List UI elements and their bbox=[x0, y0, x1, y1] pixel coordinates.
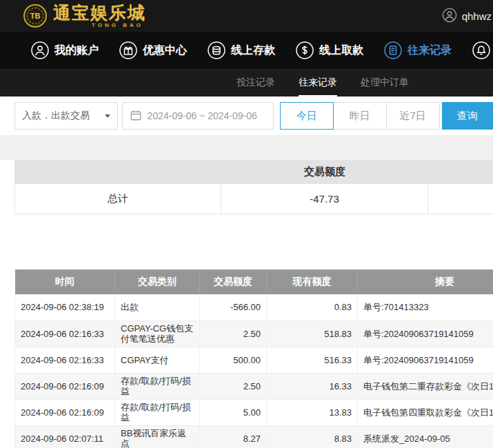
col-type: 交易类别 bbox=[115, 269, 200, 294]
summary-table: 交易额度 总计 -47.73 bbox=[14, 160, 493, 214]
cell-type: CGPAY-CG钱包支付笔笔送优惠 bbox=[115, 320, 200, 347]
deposit-icon bbox=[208, 41, 225, 59]
tab-label: 处理中订单 bbox=[361, 77, 409, 89]
cell-balance: 8.83 bbox=[267, 425, 358, 448]
query-button[interactable]: 查询 bbox=[442, 102, 493, 130]
logo-subtitle: TONG BAO bbox=[53, 23, 146, 28]
cell-summary: 电子钱包第二重存款彩金《次日1_0905 bbox=[358, 373, 493, 399]
table-row: 2024-09-06 02:07:11 BB视讯百家乐返点 8.27 8.83 … bbox=[15, 425, 493, 448]
cell-amount: 2.50 bbox=[200, 373, 267, 399]
user-icon bbox=[31, 41, 49, 59]
cell-balance: 13.83 bbox=[267, 399, 358, 425]
cell-time: 2024-09-06 02:16:33 bbox=[15, 320, 115, 347]
cell-type: 存款/取款/打码/损益 bbox=[115, 399, 200, 425]
cell-time: 2024-09-06 02:38:19 bbox=[15, 294, 115, 320]
records-icon bbox=[384, 41, 402, 59]
bell-icon bbox=[472, 41, 490, 59]
cell-summary: 单号:202409063719141059 bbox=[358, 320, 493, 347]
col-summary: 摘要 bbox=[358, 269, 493, 294]
col-time: 时间 bbox=[15, 269, 115, 294]
cell-time: 2024-09-06 02:16:09 bbox=[15, 373, 115, 399]
user-icon bbox=[442, 8, 457, 25]
site-logo[interactable]: TB 通宝娱乐城 TONG BAO bbox=[23, 4, 146, 28]
today-button[interactable]: 今日 bbox=[280, 102, 334, 130]
cell-time: 2024-09-06 02:16:33 bbox=[15, 347, 115, 373]
transactions-header: 时间 交易类别 交易额度 现有额度 摘要 bbox=[15, 269, 493, 294]
tab-betting-records[interactable]: 投注记录 bbox=[237, 70, 275, 96]
cell-amount: 8.27 bbox=[200, 425, 267, 448]
record-tabs: 投注记录 往来记录 处理中订单 bbox=[0, 69, 493, 96]
top-bar: TB 通宝娱乐城 TONG BAO qhhwz bbox=[0, 0, 493, 32]
nav-label: 线上存款 bbox=[231, 43, 275, 58]
cell-summary: 单号:202409063719141059 bbox=[358, 347, 493, 373]
nav-messages[interactable] bbox=[472, 41, 490, 59]
nav-deposit[interactable]: 线上存款 bbox=[208, 41, 275, 59]
table-row: 2024-09-06 02:16:33 CGPAY-CG钱包支付笔笔送优惠 2.… bbox=[15, 320, 493, 347]
quick-date-buttons: 今日 昨日 近7日 bbox=[280, 102, 440, 130]
summary-total-value: -47.73 bbox=[221, 183, 428, 214]
cell-balance: 0.83 bbox=[267, 294, 358, 320]
chevron-down-icon bbox=[105, 114, 110, 118]
table-row: 2024-09-06 02:16:09 存款/取款/打码/损益 2.50 16.… bbox=[15, 373, 493, 399]
cell-type: CGPAY支付 bbox=[115, 347, 200, 373]
cell-amount: -566.00 bbox=[200, 294, 267, 320]
nav-transaction-records[interactable]: 往来记录 bbox=[384, 41, 452, 59]
logo-text: 通宝娱乐城 TONG BAO bbox=[53, 4, 146, 28]
nav-label: 我的账户 bbox=[54, 43, 99, 58]
tab-label: 往来记录 bbox=[299, 77, 337, 89]
transactions-table: 时间 交易类别 交易额度 现有额度 摘要 2024-09-06 02:38:19… bbox=[14, 269, 493, 448]
cell-amount: 5.00 bbox=[200, 399, 267, 425]
nav-my-account[interactable]: 我的账户 bbox=[31, 41, 99, 59]
nav-label: 优惠中心 bbox=[143, 43, 187, 58]
cell-type: BB视讯百家乐返点 bbox=[115, 425, 200, 448]
table-row: 2024-09-06 02:16:09 存款/取款/打码/损益 5.00 13.… bbox=[15, 399, 493, 425]
date-range-picker[interactable]: 2024-09-06 ~ 2024-09-06 bbox=[122, 102, 274, 130]
spacer bbox=[0, 214, 493, 269]
cell-time: 2024-09-06 02:07:11 bbox=[15, 425, 115, 448]
transaction-type-select[interactable]: 入款．出款交易 bbox=[14, 102, 118, 130]
cell-type: 出款 bbox=[115, 294, 200, 320]
cell-summary: 电子钱包第四重取款彩金《次日1_0905 bbox=[358, 399, 493, 425]
nav-promotions[interactable]: 优惠中心 bbox=[119, 41, 187, 59]
cell-amount: 2.50 bbox=[200, 320, 267, 347]
calendar-icon bbox=[130, 109, 142, 123]
tab-processing-orders[interactable]: 处理中订单 bbox=[361, 70, 409, 96]
cell-balance: 516.33 bbox=[267, 347, 358, 373]
logo-title: 通宝娱乐城 bbox=[53, 4, 146, 21]
poker-chip-icon: TB bbox=[23, 4, 47, 28]
page: TB 通宝娱乐城 TONG BAO qhhwz bbox=[0, 0, 493, 448]
last7days-button[interactable]: 近7日 bbox=[386, 102, 440, 130]
cell-amount: 500.00 bbox=[200, 347, 267, 373]
cell-balance: 16.33 bbox=[267, 373, 358, 399]
date-range-value: 2024-09-06 ~ 2024-09-06 bbox=[148, 110, 257, 121]
main-nav: 我的账户 优惠中心 线上存款 bbox=[0, 32, 493, 69]
cell-balance: 518.83 bbox=[267, 320, 358, 347]
summary-total-label: 总计 bbox=[15, 183, 221, 214]
withdraw-icon bbox=[296, 41, 314, 59]
nav-label: 线上取款 bbox=[319, 43, 363, 58]
filter-bar: 入款．出款交易 2024-09-06 ~ 2024-09-06 今日 昨日 近7… bbox=[0, 96, 493, 135]
col-balance: 现有额度 bbox=[267, 269, 358, 294]
username: qhhwz bbox=[462, 10, 492, 22]
cell-type: 存款/取款/打码/损益 bbox=[115, 373, 200, 399]
gift-icon bbox=[119, 41, 137, 59]
summary-empty-cell bbox=[428, 183, 493, 214]
table-row: 2024-09-06 02:38:19 出款 -566.00 0.83 单号:7… bbox=[15, 294, 493, 320]
cell-summary: 单号:701413323 bbox=[358, 294, 493, 320]
chip-label: TB bbox=[30, 12, 41, 20]
section-divider bbox=[0, 135, 493, 160]
summary-total-row: 总计 -47.73 bbox=[15, 183, 493, 214]
col-amount: 交易额度 bbox=[200, 269, 267, 294]
summary-header: 交易额度 bbox=[15, 160, 493, 183]
tab-label: 投注记录 bbox=[237, 77, 275, 89]
account-menu[interactable]: qhhwz bbox=[442, 8, 492, 25]
nav-label: 往来记录 bbox=[408, 43, 452, 58]
cell-summary: 系统派发_2024-09-05 bbox=[358, 425, 493, 448]
nav-withdraw[interactable]: 线上取款 bbox=[296, 41, 363, 59]
select-value: 入款．出款交易 bbox=[22, 110, 90, 122]
yesterday-button[interactable]: 昨日 bbox=[333, 102, 387, 130]
tab-transaction-records[interactable]: 往来记录 bbox=[299, 70, 337, 96]
table-row: 2024-09-06 02:16:33 CGPAY支付 500.00 516.3… bbox=[15, 347, 493, 373]
transactions-body: 2024-09-06 02:38:19 出款 -566.00 0.83 单号:7… bbox=[15, 294, 493, 448]
cell-time: 2024-09-06 02:16:09 bbox=[15, 399, 115, 425]
